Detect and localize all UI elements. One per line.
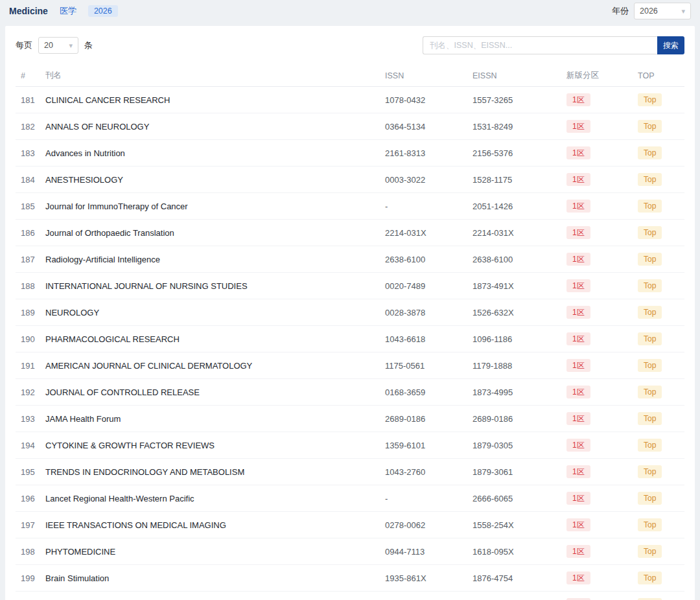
partition-badge: 1区: [566, 571, 590, 584]
per-page-suffix: 条: [84, 40, 93, 51]
partition-badge: 1区: [566, 359, 590, 372]
top-badge: Top: [638, 492, 662, 505]
journal-name[interactable]: ANNALS OF NEUROLOGY: [40, 113, 380, 140]
issn-value: 2638-6100: [380, 246, 467, 273]
top-badge: Top: [638, 412, 662, 425]
journal-name[interactable]: CLINICAL CANCER RESEARCH: [40, 87, 380, 113]
issn-value: 0003-3022: [380, 167, 467, 193]
top-cell: Top: [633, 379, 684, 406]
row-number: 194: [16, 432, 40, 459]
journal-name[interactable]: JOURNAL OF CONTROLLED RELEASE: [40, 379, 380, 406]
journal-name[interactable]: PHYTOMEDICINE: [40, 538, 380, 565]
top-badge: Top: [638, 518, 662, 531]
search-group: 搜索: [423, 36, 684, 54]
top-cell: Top: [633, 273, 684, 299]
issn-value: 1043-6618: [380, 326, 467, 352]
journal-name[interactable]: ANESTHESIOLOGY: [40, 167, 380, 193]
journal-name[interactable]: Radiology-Artificial Intelligence: [40, 246, 380, 273]
search-button[interactable]: 搜索: [657, 36, 684, 54]
row-number: 185: [16, 193, 40, 220]
top-cell: Top: [633, 167, 684, 193]
top-badge: Top: [638, 253, 662, 266]
journal-name[interactable]: PHARMACOLOGICAL RESEARCH: [40, 326, 380, 352]
journal-name[interactable]: AMERICAN JOURNAL OF CLINICAL DERMATOLOGY: [40, 352, 380, 379]
journal-name[interactable]: Lancet Regional Health-Western Pacific: [40, 485, 380, 512]
row-number: 196: [16, 485, 40, 512]
eissn-value: 1873-4995: [467, 379, 561, 406]
issn-value: 0020-7489: [380, 273, 467, 299]
year-select-value: 2026: [640, 6, 658, 16]
table-row: 188INTERNATIONAL JOURNAL OF NURSING STUD…: [16, 273, 684, 299]
search-input[interactable]: [423, 36, 657, 54]
row-number: 184: [16, 167, 40, 193]
top-cell: Top: [633, 299, 684, 326]
journal-name[interactable]: INTERNATIONAL JOURNAL OF NURSING STUDIES: [40, 273, 380, 299]
journal-table-card: 每页 20 ▾ 条 搜索 # 刊名 ISSN EISSN 新版分区 TOP: [5, 26, 695, 600]
journal-name[interactable]: METABOLISM-CLINICAL AND EXPERIMENTAL: [40, 592, 380, 600]
journal-name[interactable]: Brain Stimulation: [40, 565, 380, 592]
partition-badge: 1区: [566, 146, 590, 159]
eissn-value: 1528-1175: [467, 167, 561, 193]
issn-value: 1935-861X: [380, 565, 467, 592]
eissn-value: 2051-1426: [467, 193, 561, 220]
year-label: 年份: [612, 5, 629, 17]
partition-cell: 1区: [561, 592, 633, 600]
journal-name[interactable]: IEEE TRANSACTIONS ON MEDICAL IMAGING: [40, 512, 380, 538]
journal-name[interactable]: Advances in Nutrition: [40, 140, 380, 167]
row-number: 187: [16, 246, 40, 273]
partition-cell: 1区: [561, 167, 633, 193]
eissn-value: 2156-5376: [467, 140, 561, 167]
per-page-select[interactable]: 20 ▾: [38, 37, 78, 54]
issn-value: 0168-3659: [380, 379, 467, 406]
table-row: 197IEEE TRANSACTIONS ON MEDICAL IMAGING0…: [16, 512, 684, 538]
partition-cell: 1区: [561, 87, 633, 113]
table-row: 189NEUROLOGY0028-38781526-632X1区Top: [16, 299, 684, 326]
partition-cell: 1区: [561, 246, 633, 273]
row-number: 200: [16, 592, 40, 600]
column-header-top: TOP: [633, 65, 684, 87]
partition-badge: 1区: [566, 518, 590, 531]
row-number: 197: [16, 512, 40, 538]
top-cell: Top: [633, 140, 684, 167]
row-number: 189: [16, 299, 40, 326]
issn-value: -: [380, 193, 467, 220]
partition-badge: 1区: [566, 279, 590, 292]
per-page-value: 20: [44, 41, 53, 50]
top-badge: Top: [638, 439, 662, 452]
row-number: 182: [16, 113, 40, 140]
table-row: 192JOURNAL OF CONTROLLED RELEASE0168-365…: [16, 379, 684, 406]
journal-name[interactable]: NEUROLOGY: [40, 299, 380, 326]
journal-name[interactable]: TRENDS IN ENDOCRINOLOGY AND METABOLISM: [40, 459, 380, 485]
top-cell: Top: [633, 326, 684, 352]
table-row: 187Radiology-Artificial Intelligence2638…: [16, 246, 684, 273]
column-header-journal: 刊名: [40, 65, 380, 87]
table-row: 186Journal of Orthopaedic Translation221…: [16, 220, 684, 246]
issn-value: 1043-2760: [380, 459, 467, 485]
table-row: 182ANNALS OF NEUROLOGY0364-51341531-8249…: [16, 113, 684, 140]
top-badge: Top: [638, 359, 662, 372]
year-select[interactable]: 2026 ▾: [634, 3, 691, 19]
table-row: 195TRENDS IN ENDOCRINOLOGY AND METABOLIS…: [16, 459, 684, 485]
top-badge: Top: [638, 306, 662, 319]
journal-name[interactable]: JAMA Health Forum: [40, 406, 380, 432]
year-tab[interactable]: 2026: [88, 5, 118, 17]
chevron-down-icon: ▾: [69, 41, 73, 50]
table-row: 196Lancet Regional Health-Western Pacifi…: [16, 485, 684, 512]
category-link-cn[interactable]: 医学: [60, 5, 76, 17]
category-title[interactable]: Medicine: [9, 6, 48, 16]
partition-badge: 1区: [566, 200, 590, 213]
eissn-value: 1096-1186: [467, 326, 561, 352]
partition-badge: 1区: [566, 120, 590, 133]
issn-value: 2214-031X: [380, 220, 467, 246]
partition-cell: 1区: [561, 299, 633, 326]
journal-name[interactable]: Journal for ImmunoTherapy of Cancer: [40, 193, 380, 220]
table-header-row: # 刊名 ISSN EISSN 新版分区 TOP: [16, 65, 684, 87]
journal-name[interactable]: CYTOKINE & GROWTH FACTOR REVIEWS: [40, 432, 380, 459]
table-row: 193JAMA Health Forum2689-01862689-01861区…: [16, 406, 684, 432]
top-cell: Top: [633, 485, 684, 512]
partition-cell: 1区: [561, 379, 633, 406]
partition-badge: 1区: [566, 465, 590, 478]
journal-table: # 刊名 ISSN EISSN 新版分区 TOP 181CLINICAL CAN…: [16, 65, 684, 600]
row-number: 181: [16, 87, 40, 113]
journal-name[interactable]: Journal of Orthopaedic Translation: [40, 220, 380, 246]
